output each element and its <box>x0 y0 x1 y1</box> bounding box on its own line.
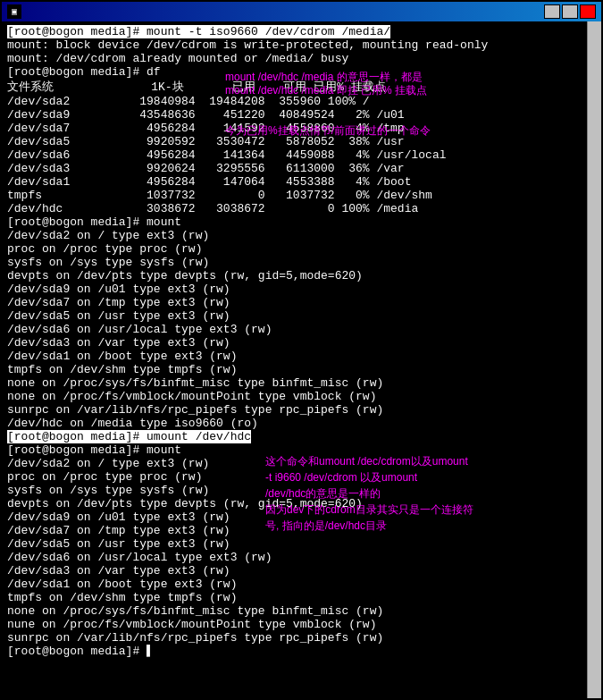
terminal-line: tmpfs 1037732 0 1037732 0% /dev/shm <box>7 189 582 202</box>
terminal-line: /dev/sda6 on /usr/local type ext3 (rw) <box>7 551 582 564</box>
terminal-line: [root@bogon media]# mount <box>7 443 582 457</box>
terminal-line: devpts on /dev/pts type devpts (rw, gid=… <box>7 497 582 510</box>
terminal-line: /dev/sda2 on / type ext3 (rw) <box>7 229 582 242</box>
terminal-line: sysfs on /sys type sysfs (rw) <box>7 484 582 497</box>
terminal-line: sysfs on /sys type sysfs (rw) <box>7 256 582 269</box>
terminal-line: none on /proc/sys/fs/binfmt_misc type bi… <box>7 376 582 390</box>
terminal-line: /dev/sda9 on /u01 type ext3 (rw) <box>7 283 582 296</box>
terminal-line: /dev/sda3 9920624 3295556 6113000 36% /v… <box>7 162 582 175</box>
terminal-line: sunrpc on /var/lib/nfs/rpc_pipefs type r… <box>7 631 582 645</box>
terminal-line: mount: block device /dev/cdrom is write-… <box>7 38 582 52</box>
terminal-line: /dev/hdc on /media type iso9660 (ro) <box>7 417 582 430</box>
terminal-line: /dev/sda1 on /boot type ext3 (rw) <box>7 350 582 363</box>
terminal-container: [root@bogon media]# mount -t iso9660 /de… <box>2 21 601 698</box>
terminal-line: tmpfs on /dev/shm type tmpfs (rw) <box>7 363 582 376</box>
maximize-button[interactable] <box>562 4 578 19</box>
terminal-line: /dev/sda1 4956284 147064 4553388 4% /boo… <box>7 175 582 189</box>
terminal-line: proc on /proc type proc (rw) <box>7 470 582 484</box>
terminal-line: [root@bogon media]# mount -t iso9660 /de… <box>7 25 582 38</box>
terminal-line: [root@bogon media]# ▌ <box>7 645 582 658</box>
terminal-line: none on /proc/sys/fs/binfmt_misc type bi… <box>7 604 582 618</box>
terminal-line: 文件系统 1K-块 已用 可用 已用% 挂载点 <box>7 79 582 95</box>
terminal-line: /dev/sda7 on /tmp type ext3 (rw) <box>7 524 582 537</box>
terminal-line: /dev/sda6 on /usr/local type ext3 (rw) <box>7 323 582 336</box>
scrollbar[interactable] <box>587 21 601 698</box>
title-bar: ▣ <box>2 2 601 21</box>
terminal-line: /dev/sda5 on /usr type ext3 (rw) <box>7 309 582 323</box>
terminal-line: tmpfs on /dev/shm type tmpfs (rw) <box>7 591 582 604</box>
terminal-icon: ▣ <box>7 4 21 19</box>
close-button[interactable] <box>580 4 596 19</box>
terminal-line: /dev/sda5 on /usr type ext3 (rw) <box>7 537 582 551</box>
terminal-line: devpts on /dev/pts type devpts (rw, gid=… <box>7 269 582 283</box>
terminal-line: [root@bogon media]# umount /dev/hdc <box>7 430 582 443</box>
terminal-lines: [root@bogon media]# mount -t iso9660 /de… <box>2 21 587 662</box>
terminal-line: /dev/sda2 on / type ext3 (rw) <box>7 457 582 470</box>
title-controls <box>544 4 596 19</box>
terminal-line: /dev/sda5 9920592 3530472 5878052 38% /u… <box>7 135 582 148</box>
minimize-button[interactable] <box>544 4 560 19</box>
terminal-line: /dev/sda9 43548636 451220 40849524 2% /u… <box>7 108 582 122</box>
terminal-line: /dev/sda2 19840984 19484208 355960 100% … <box>7 95 582 108</box>
terminal-line: mount: /dev/cdrom already mounted or /me… <box>7 52 582 65</box>
terminal-line: [root@bogon media]# df <box>7 65 582 79</box>
terminal-line: /dev/sda7 4956284 141592 4558860 4% /tmp <box>7 122 582 135</box>
terminal-line: /dev/sda1 on /boot type ext3 (rw) <box>7 578 582 591</box>
terminal-line: /dev/sda6 4956284 141364 4459088 4% /usr… <box>7 148 582 162</box>
terminal-line: proc on /proc type proc (rw) <box>7 242 582 256</box>
terminal-line: sunrpc on /var/lib/nfs/rpc_pipefs type r… <box>7 403 582 417</box>
terminal-window: ▣ [root@bogon media]# mount -t iso9660 /… <box>0 0 603 700</box>
terminal-line: /dev/hdc 3038672 3038672 0 100% /media <box>7 202 582 215</box>
terminal-line: /dev/sda7 on /tmp type ext3 (rw) <box>7 296 582 309</box>
terminal-line: /dev/sda9 on /u01 type ext3 (rw) <box>7 510 582 524</box>
terminal-body[interactable]: [root@bogon media]# mount -t iso9660 /de… <box>2 21 587 698</box>
terminal-line: /dev/sda3 on /var type ext3 (rw) <box>7 564 582 578</box>
terminal-line: [root@bogon media]# mount <box>7 215 582 229</box>
terminal-line: none on /proc/fs/vmblock/mountPoint type… <box>7 390 582 403</box>
terminal-line: nune on /proc/fs/vmblock/mountPoint type… <box>7 618 582 631</box>
terminal-line: /dev/sda3 on /var type ext3 (rw) <box>7 336 582 350</box>
title-bar-left: ▣ <box>7 4 27 19</box>
